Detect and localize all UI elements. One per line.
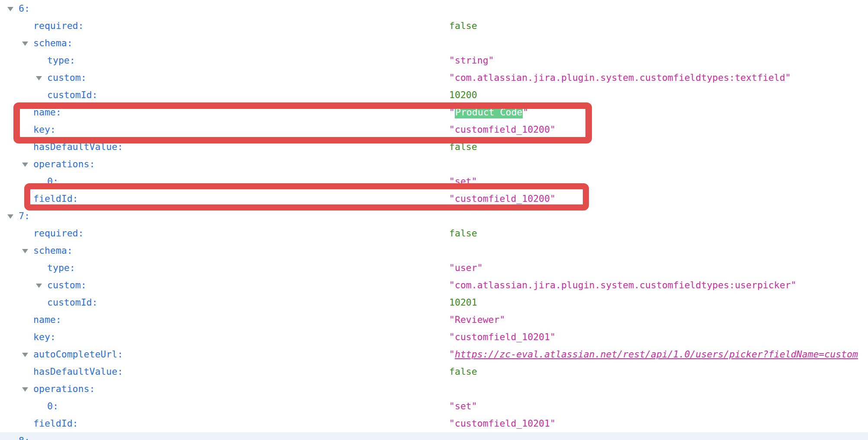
json-value: 10201 xyxy=(449,294,477,311)
json-key: fieldId: xyxy=(33,190,78,207)
json-key: type: xyxy=(47,259,75,277)
json-key: 8: xyxy=(19,432,30,440)
json-row: required: false xyxy=(0,225,868,242)
json-row: type: "string" xyxy=(0,52,868,69)
json-rows: 6: required: false schema: type: "string… xyxy=(0,0,868,440)
expand-arrow-icon[interactable] xyxy=(36,76,42,80)
json-key[interactable]: custom: xyxy=(47,277,87,294)
expand-arrow-icon[interactable] xyxy=(36,284,42,288)
json-key: fieldId: xyxy=(33,415,78,432)
json-row: customId: 10201 xyxy=(0,294,868,311)
json-value: "customfield_10201" xyxy=(449,328,556,346)
json-key: name: xyxy=(33,104,61,121)
json-row: operations: xyxy=(0,156,868,173)
json-value: "Reviewer" xyxy=(449,311,505,328)
json-key: 0: xyxy=(47,398,58,415)
json-value: false xyxy=(449,17,477,35)
expand-arrow-icon[interactable] xyxy=(22,163,28,167)
json-key[interactable]: operations: xyxy=(33,380,95,398)
json-key: hasDefaultValue: xyxy=(33,138,123,156)
json-key[interactable]: operations: xyxy=(33,156,95,173)
json-row: custom: "com.atlassian.jira.plugin.syste… xyxy=(0,277,868,294)
expand-arrow-icon[interactable] xyxy=(7,214,13,219)
json-key: required: xyxy=(33,225,84,242)
json-row: fieldId: "customfield_10201" xyxy=(0,415,868,432)
json-key[interactable]: autoCompleteUrl: xyxy=(33,346,123,363)
json-row: name: "Reviewer" xyxy=(0,311,868,328)
json-key[interactable]: schema: xyxy=(33,242,73,259)
json-value: 10200 xyxy=(449,86,477,104)
quote-mark: " xyxy=(449,349,455,360)
json-row: key: "customfield_10201" xyxy=(0,328,868,346)
json-key: 0: xyxy=(47,173,58,190)
json-row: schema: xyxy=(0,35,868,52)
json-row: schema: xyxy=(0,242,868,259)
json-value: "customfield_10201" xyxy=(449,415,556,432)
quote-mark: " xyxy=(449,107,455,118)
expand-arrow-icon[interactable] xyxy=(7,7,13,11)
json-key: key: xyxy=(33,328,56,346)
json-key[interactable]: custom: xyxy=(47,69,87,86)
json-row: 8: xyxy=(0,432,868,440)
json-value: "Product Code" xyxy=(449,104,528,121)
json-key: customId: xyxy=(47,86,98,104)
json-value: "customfield_10200" xyxy=(449,190,556,207)
json-row: 0: "set" xyxy=(0,173,868,190)
json-value: "https://zc-eval.atlassian.net/rest/api/… xyxy=(449,346,858,363)
json-value: "user" xyxy=(449,259,483,277)
json-key: hasDefaultValue: xyxy=(33,363,123,380)
expand-arrow-icon[interactable] xyxy=(22,249,28,253)
json-row: 0: "set" xyxy=(0,398,868,415)
json-value: "com.atlassian.jira.plugin.system.custom… xyxy=(449,69,791,86)
json-key: key: xyxy=(33,121,56,138)
json-row: hasDefaultValue: false xyxy=(0,138,868,156)
json-key[interactable]: schema: xyxy=(33,35,73,52)
json-value: "set" xyxy=(449,398,477,415)
json-key[interactable]: 6: xyxy=(19,0,30,17)
json-row: key: "customfield_10200" xyxy=(0,121,868,138)
expand-arrow-icon[interactable] xyxy=(22,353,28,357)
json-row: required: false xyxy=(0,17,868,35)
quote-mark: " xyxy=(523,107,528,118)
json-row: operations: xyxy=(0,380,868,398)
json-key: name: xyxy=(33,311,61,328)
json-value: "set" xyxy=(449,173,477,190)
json-row: autoCompleteUrl: "https://zc-eval.atlass… xyxy=(0,346,868,363)
json-key[interactable]: 7: xyxy=(19,207,30,225)
json-row: 7: xyxy=(0,207,868,225)
search-highlight: Product Code xyxy=(455,106,523,118)
json-value: "string" xyxy=(449,52,494,69)
json-key: customId: xyxy=(47,294,98,311)
json-value: false xyxy=(449,363,477,380)
json-row: customId: 10200 xyxy=(0,86,868,104)
json-row: 6: xyxy=(0,0,868,17)
json-key: type: xyxy=(47,52,75,69)
json-row: hasDefaultValue: false xyxy=(0,363,868,380)
json-row: fieldId: "customfield_10200" xyxy=(0,190,868,207)
json-value: "customfield_10200" xyxy=(449,121,556,138)
json-tree-viewer: 6: required: false schema: type: "string… xyxy=(0,0,868,440)
json-value: "com.atlassian.jira.plugin.system.custom… xyxy=(449,277,797,294)
json-row: type: "user" xyxy=(0,259,868,277)
json-value: false xyxy=(449,225,477,242)
json-key: required: xyxy=(33,17,84,35)
json-row: custom: "com.atlassian.jira.plugin.syste… xyxy=(0,69,868,86)
autocomplete-url-link[interactable]: https://zc-eval.atlassian.net/rest/api/1… xyxy=(455,349,858,360)
expand-arrow-icon[interactable] xyxy=(22,41,28,46)
json-row: name: "Product Code" xyxy=(0,104,868,121)
expand-arrow-icon[interactable] xyxy=(22,387,28,392)
json-value: false xyxy=(449,138,477,156)
